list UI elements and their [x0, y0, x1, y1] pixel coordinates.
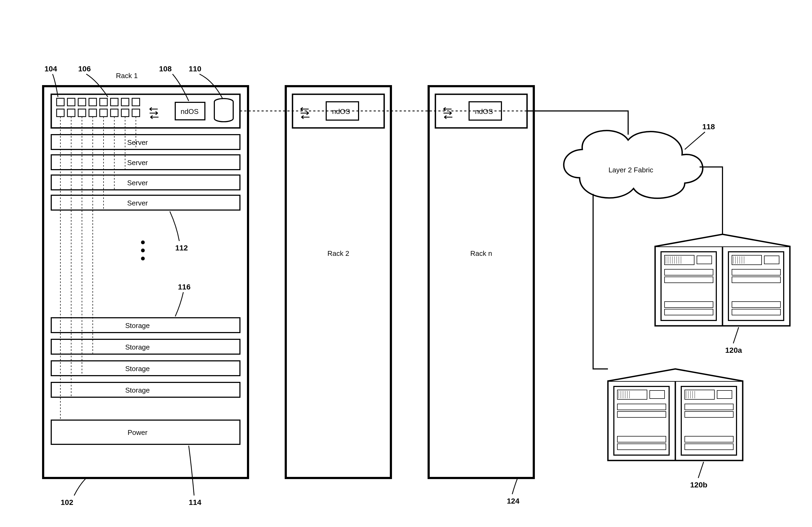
svg-rect-68	[665, 302, 713, 307]
svg-text:120b: 120b	[690, 481, 707, 489]
server-label: Server	[127, 199, 148, 207]
fabric-label: Layer 2 Fabric	[608, 166, 653, 174]
ref-120a: 120a	[725, 327, 742, 355]
cloud-to-120a	[699, 167, 723, 234]
svg-rect-5	[89, 98, 97, 106]
svg-rect-11	[68, 109, 75, 117]
svg-rect-79	[732, 269, 781, 275]
svg-text:118: 118	[702, 122, 715, 131]
svg-rect-56	[665, 255, 694, 265]
svg-rect-97	[617, 444, 666, 450]
ref-120b: 120b	[690, 462, 707, 489]
svg-rect-86	[617, 390, 647, 400]
server-label: Server	[127, 138, 148, 147]
rack-2-title: Rack 2	[328, 250, 349, 257]
svg-text:104: 104	[44, 65, 57, 73]
svg-rect-66	[665, 269, 713, 275]
svg-text:116: 116	[178, 283, 191, 291]
server-label: Server	[127, 159, 148, 167]
svg-rect-65	[697, 256, 712, 264]
ref-124: 124	[507, 478, 520, 505]
svg-text:106: 106	[78, 65, 91, 73]
svg-rect-99	[685, 390, 714, 400]
svg-text:124: 124	[507, 497, 520, 505]
svg-rect-12	[78, 109, 86, 117]
storage-label: Storage	[125, 365, 150, 373]
ndos-label: ndOS	[332, 107, 350, 116]
svg-rect-78	[764, 256, 779, 264]
svg-text:102: 102	[61, 498, 73, 507]
svg-rect-16	[121, 109, 129, 117]
rack-1-title: Rack 1	[116, 72, 138, 80]
rack-2: Rack 2 ndOS	[286, 86, 391, 478]
svg-rect-105	[717, 390, 732, 398]
svg-text:108: 108	[159, 65, 172, 73]
power-label: Power	[128, 428, 147, 437]
svg-rect-10	[57, 109, 64, 117]
svg-rect-6	[100, 98, 107, 106]
storage-label: Storage	[125, 386, 150, 394]
ndos-label: ndOS	[475, 107, 493, 116]
ref-118: 118	[685, 122, 715, 149]
svg-rect-106	[685, 404, 733, 410]
svg-rect-93	[650, 390, 665, 398]
arrows-icon	[444, 107, 452, 119]
svg-rect-2	[57, 98, 64, 106]
rack-n: Rack n ndOS	[429, 86, 534, 478]
svg-rect-108	[685, 436, 733, 442]
host-120b	[608, 369, 743, 461]
svg-rect-80	[732, 277, 781, 283]
cloud-to-120b	[593, 194, 608, 369]
vertical-ellipsis-icon	[141, 240, 145, 260]
svg-rect-4	[78, 98, 86, 106]
svg-rect-14	[100, 109, 107, 117]
svg-rect-69	[665, 309, 713, 315]
svg-rect-46	[286, 86, 391, 478]
ndos-label: ndOS	[180, 107, 199, 116]
rack-1: Rack 1	[43, 72, 248, 478]
cylinder-icon	[214, 99, 233, 122]
fabric-cloud: Layer 2 Fabric	[564, 131, 702, 198]
ref-102: 102	[61, 478, 86, 507]
svg-rect-67	[665, 277, 713, 283]
svg-rect-17	[132, 109, 140, 117]
svg-rect-71	[732, 255, 762, 265]
svg-rect-94	[617, 404, 666, 410]
server-label: Server	[127, 179, 148, 187]
svg-rect-9	[132, 98, 140, 106]
svg-text:114: 114	[189, 498, 201, 507]
arrows-icon	[150, 107, 159, 119]
svg-rect-13	[89, 109, 97, 117]
svg-rect-96	[617, 436, 666, 442]
host-120a	[655, 234, 790, 326]
svg-rect-95	[617, 411, 666, 417]
arrows-icon	[301, 107, 309, 119]
rack-1-switch: ndOS	[51, 94, 240, 128]
svg-text:110: 110	[189, 65, 201, 73]
svg-rect-109	[685, 444, 733, 450]
rack-n-title: Rack n	[470, 250, 492, 257]
svg-text:112: 112	[175, 244, 188, 252]
svg-rect-107	[685, 411, 733, 417]
svg-point-24	[141, 249, 145, 252]
storage-label: Storage	[125, 321, 150, 330]
svg-rect-8	[121, 98, 129, 106]
storage-label: Storage	[125, 343, 150, 351]
svg-point-23	[141, 240, 145, 244]
svg-rect-3	[68, 98, 75, 106]
svg-rect-49	[429, 86, 534, 478]
svg-text:120a: 120a	[725, 346, 742, 355]
svg-rect-81	[732, 302, 781, 307]
svg-point-25	[141, 257, 145, 260]
svg-rect-15	[111, 109, 118, 117]
svg-rect-82	[732, 309, 781, 315]
svg-rect-7	[111, 98, 118, 106]
